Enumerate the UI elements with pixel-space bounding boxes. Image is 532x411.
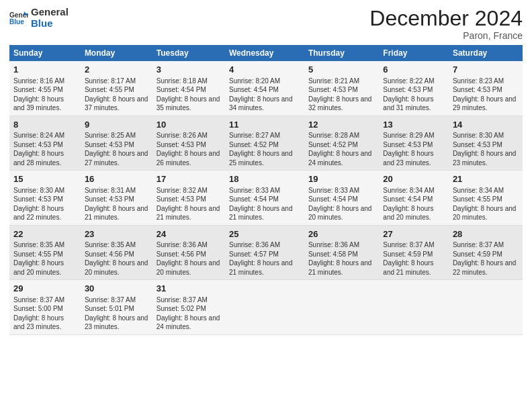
- col-header-monday: Monday: [81, 45, 152, 61]
- day-number: 15: [13, 173, 77, 185]
- daylight-text: Daylight: 8 hours and 24 minutes.: [308, 149, 375, 167]
- day-number: 14: [453, 119, 519, 131]
- sunrise-text: Sunrise: 8:35 AM: [85, 240, 148, 250]
- daylight-text: Daylight: 8 hours and 26 minutes.: [157, 149, 221, 167]
- cell-content: Sunrise: 8:23 AMSunset: 4:53 PMDaylight:…: [453, 77, 519, 113]
- daylight-text: Daylight: 8 hours and 24 minutes.: [157, 314, 221, 332]
- sunrise-text: Sunrise: 8:36 AM: [157, 240, 221, 250]
- sunset-text: Sunset: 4:53 PM: [157, 140, 221, 150]
- daylight-text: Daylight: 8 hours and 21 minutes.: [85, 204, 148, 222]
- day-number: 26: [308, 228, 375, 240]
- calendar-cell: 30Sunrise: 8:37 AMSunset: 5:01 PMDayligh…: [81, 280, 152, 335]
- day-number: 5: [308, 64, 375, 76]
- cell-content: Sunrise: 8:37 AMSunset: 4:59 PMDaylight:…: [383, 240, 445, 277]
- sunrise-text: Sunrise: 8:33 AM: [229, 186, 300, 195]
- daylight-text: Daylight: 8 hours and 35 minutes.: [157, 95, 221, 113]
- title-block: December 2024 Paron, France: [369, 7, 523, 41]
- sunset-text: Sunset: 4:52 PM: [308, 140, 375, 150]
- calendar-cell: 1Sunrise: 8:16 AMSunset: 4:55 PMDaylight…: [9, 61, 81, 116]
- cell-content: Sunrise: 8:24 AMSunset: 4:53 PMDaylight:…: [13, 131, 77, 167]
- sunset-text: Sunset: 4:59 PM: [453, 250, 519, 259]
- sunrise-text: Sunrise: 8:33 AM: [308, 186, 375, 195]
- daylight-text: Daylight: 8 hours and 21 minutes.: [229, 204, 300, 222]
- sunrise-text: Sunrise: 8:21 AM: [308, 77, 375, 86]
- cell-content: Sunrise: 8:36 AMSunset: 4:58 PMDaylight:…: [308, 240, 375, 277]
- daylight-text: Daylight: 8 hours and 25 minutes.: [229, 149, 300, 167]
- daylight-text: Daylight: 8 hours and 20 minutes.: [383, 204, 445, 222]
- sunrise-text: Sunrise: 8:34 AM: [453, 186, 519, 195]
- calendar-cell: 7Sunrise: 8:23 AMSunset: 4:53 PMDaylight…: [449, 61, 523, 116]
- day-number: 28: [453, 228, 519, 240]
- calendar-cell: [304, 280, 379, 335]
- col-header-thursday: Thursday: [304, 45, 379, 61]
- daylight-text: Daylight: 8 hours and 28 minutes.: [13, 149, 77, 167]
- daylight-text: Daylight: 8 hours and 21 minutes.: [157, 204, 221, 222]
- daylight-text: Daylight: 8 hours and 21 minutes.: [229, 259, 300, 277]
- logo-line1: General: [31, 7, 69, 18]
- daylight-text: Daylight: 8 hours and 21 minutes.: [383, 259, 445, 277]
- calendar-cell: 28Sunrise: 8:37 AMSunset: 4:59 PMDayligh…: [449, 225, 523, 280]
- day-number: 3: [157, 64, 221, 76]
- day-number: 4: [229, 64, 300, 76]
- calendar-cell: 2Sunrise: 8:17 AMSunset: 4:55 PMDaylight…: [81, 61, 152, 116]
- day-number: 7: [453, 64, 519, 76]
- calendar-cell: 29Sunrise: 8:37 AMSunset: 5:00 PMDayligh…: [9, 280, 81, 335]
- daylight-text: Daylight: 8 hours and 27 minutes.: [85, 149, 148, 167]
- sunrise-text: Sunrise: 8:37 AM: [13, 295, 77, 305]
- daylight-text: Daylight: 8 hours and 31 minutes.: [383, 95, 445, 113]
- calendar-table: SundayMondayTuesdayWednesdayThursdayFrid…: [9, 45, 523, 335]
- calendar-cell: 3Sunrise: 8:18 AMSunset: 4:54 PMDaylight…: [152, 61, 225, 116]
- col-header-wednesday: Wednesday: [225, 45, 304, 61]
- sunrise-text: Sunrise: 8:20 AM: [229, 77, 300, 86]
- cell-content: Sunrise: 8:26 AMSunset: 4:53 PMDaylight:…: [157, 131, 221, 167]
- calendar-cell: 31Sunrise: 8:37 AMSunset: 5:02 PMDayligh…: [152, 280, 225, 335]
- sunrise-text: Sunrise: 8:26 AM: [157, 131, 221, 140]
- daylight-text: Daylight: 8 hours and 22 minutes.: [13, 204, 77, 222]
- header-row: General Blue General Blue December 2024 …: [9, 7, 523, 41]
- day-number: 9: [85, 119, 148, 131]
- cell-content: Sunrise: 8:25 AMSunset: 4:53 PMDaylight:…: [85, 131, 148, 167]
- calendar-cell: 18Sunrise: 8:33 AMSunset: 4:54 PMDayligh…: [225, 171, 304, 226]
- cell-content: Sunrise: 8:32 AMSunset: 4:53 PMDaylight:…: [157, 186, 221, 222]
- calendar-cell: 24Sunrise: 8:36 AMSunset: 4:56 PMDayligh…: [152, 225, 225, 280]
- sunrise-text: Sunrise: 8:37 AM: [85, 295, 148, 305]
- daylight-text: Daylight: 8 hours and 37 minutes.: [85, 95, 148, 113]
- sunset-text: Sunset: 4:54 PM: [383, 195, 445, 204]
- sunrise-text: Sunrise: 8:31 AM: [85, 186, 148, 195]
- daylight-text: Daylight: 8 hours and 23 minutes.: [383, 149, 445, 167]
- daylight-text: Daylight: 8 hours and 23 minutes.: [13, 314, 77, 332]
- calendar-cell: 8Sunrise: 8:24 AMSunset: 4:53 PMDaylight…: [9, 116, 81, 171]
- calendar-cell: 21Sunrise: 8:34 AMSunset: 4:55 PMDayligh…: [449, 171, 523, 226]
- cell-content: Sunrise: 8:18 AMSunset: 4:54 PMDaylight:…: [157, 77, 221, 113]
- calendar-cell: 23Sunrise: 8:35 AMSunset: 4:56 PMDayligh…: [81, 225, 152, 280]
- cell-content: Sunrise: 8:37 AMSunset: 5:01 PMDaylight:…: [85, 295, 148, 332]
- day-number: 21: [453, 173, 519, 185]
- sunset-text: Sunset: 5:00 PM: [13, 304, 77, 314]
- sunrise-text: Sunrise: 8:27 AM: [229, 131, 300, 140]
- calendar-cell: 25Sunrise: 8:36 AMSunset: 4:57 PMDayligh…: [225, 225, 304, 280]
- day-number: 27: [383, 228, 445, 240]
- calendar-cell: 26Sunrise: 8:36 AMSunset: 4:58 PMDayligh…: [304, 225, 379, 280]
- sunset-text: Sunset: 4:58 PM: [308, 250, 375, 259]
- day-number: 20: [383, 173, 445, 185]
- main-container: General Blue General Blue December 2024 …: [0, 0, 532, 342]
- sunrise-text: Sunrise: 8:25 AM: [85, 131, 148, 140]
- col-header-saturday: Saturday: [449, 45, 523, 61]
- cell-content: Sunrise: 8:31 AMSunset: 4:53 PMDaylight:…: [85, 186, 148, 222]
- day-number: 23: [85, 228, 148, 240]
- cell-content: Sunrise: 8:17 AMSunset: 4:55 PMDaylight:…: [85, 77, 148, 113]
- daylight-text: Daylight: 8 hours and 22 minutes.: [453, 259, 519, 277]
- day-number: 18: [229, 173, 300, 185]
- day-number: 2: [85, 64, 148, 76]
- calendar-week-row: 8Sunrise: 8:24 AMSunset: 4:53 PMDaylight…: [9, 116, 523, 171]
- calendar-cell: 5Sunrise: 8:21 AMSunset: 4:53 PMDaylight…: [304, 61, 379, 116]
- sunrise-text: Sunrise: 8:37 AM: [157, 295, 221, 305]
- calendar-cell: 17Sunrise: 8:32 AMSunset: 4:53 PMDayligh…: [152, 171, 225, 226]
- calendar-cell: 15Sunrise: 8:30 AMSunset: 4:53 PMDayligh…: [9, 171, 81, 226]
- cell-content: Sunrise: 8:20 AMSunset: 4:54 PMDaylight:…: [229, 77, 300, 113]
- calendar-week-row: 29Sunrise: 8:37 AMSunset: 5:00 PMDayligh…: [9, 280, 523, 335]
- sunset-text: Sunset: 4:55 PM: [13, 250, 77, 259]
- calendar-cell: 14Sunrise: 8:30 AMSunset: 4:53 PMDayligh…: [449, 116, 523, 171]
- cell-content: Sunrise: 8:21 AMSunset: 4:53 PMDaylight:…: [308, 77, 375, 113]
- sunset-text: Sunset: 4:53 PM: [383, 85, 445, 95]
